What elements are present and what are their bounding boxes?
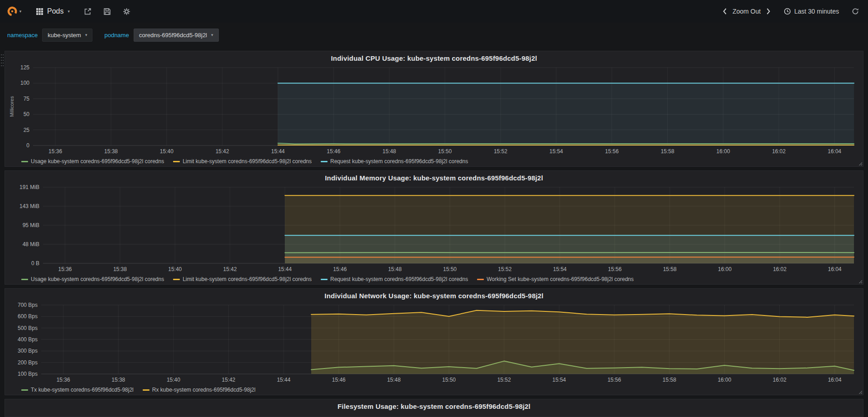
refresh-icon — [852, 8, 859, 15]
variable-value-namespace[interactable]: kube-system ▾ — [42, 29, 92, 42]
svg-text:15:40: 15:40 — [168, 266, 182, 272]
svg-text:15:48: 15:48 — [382, 148, 396, 155]
panel-title[interactable]: Filesystem Usage: kube-system coredns-69… — [5, 399, 863, 412]
svg-text:15:54: 15:54 — [550, 148, 563, 155]
svg-text:15:36: 15:36 — [48, 148, 62, 155]
variable-label-namespace: namespace — [7, 32, 38, 39]
svg-text:15:40: 15:40 — [167, 377, 180, 383]
svg-text:15:56: 15:56 — [608, 377, 621, 383]
legend-item[interactable]: Usage kube-system coredns-695f96dcd5-98j… — [21, 158, 164, 165]
settings-button[interactable] — [117, 0, 136, 23]
svg-text:15:52: 15:52 — [497, 377, 511, 383]
svg-text:15:46: 15:46 — [333, 266, 347, 272]
legend-series-label: Working Set kube-system coredns-695f96dc… — [487, 276, 634, 282]
panel-individual-network-usage: Individual Network Usage: kube-system co… — [5, 288, 863, 395]
svg-text:200 Bps: 200 Bps — [18, 359, 38, 366]
svg-text:95 MiB: 95 MiB — [23, 222, 39, 228]
org-caret-down-icon: ▾ — [19, 10, 22, 14]
svg-text:16:04: 16:04 — [828, 266, 842, 272]
svg-text:15:36: 15:36 — [57, 377, 70, 383]
legend-series-label: Request kube-system coredns-695f96dcd5-9… — [330, 158, 468, 165]
svg-text:15:40: 15:40 — [160, 148, 174, 155]
legend-series-swatch — [21, 161, 28, 162]
panel-title[interactable]: Individual Memory Usage: kube-system cor… — [5, 171, 863, 184]
svg-text:15:56: 15:56 — [605, 148, 619, 155]
variable-selected-namespace: kube-system — [48, 32, 81, 39]
dashboards-grid-icon — [36, 8, 43, 15]
zoom-out-button[interactable]: Zoom Out — [730, 6, 763, 17]
legend-item[interactable]: Request kube-system coredns-695f96dcd5-9… — [321, 276, 468, 282]
navbar-right-group: Zoom Out Last 30 minutes — [719, 6, 861, 17]
svg-text:143 MiB: 143 MiB — [19, 203, 39, 209]
legend-series-swatch — [21, 279, 28, 280]
top-navbar: ▾ Pods ▾ — [0, 0, 868, 23]
svg-text:16:00: 16:00 — [718, 266, 732, 272]
dashboard-panels: Individual CPU Usage: kube-system coredn… — [0, 47, 868, 417]
svg-text:15:58: 15:58 — [663, 377, 676, 383]
panel-filesystem-usage: Filesystem Usage: kube-system coredns-69… — [5, 399, 863, 417]
time-range-button[interactable]: Last 30 minutes — [780, 6, 843, 17]
svg-text:16:04: 16:04 — [828, 377, 841, 383]
variable-value-podname[interactable]: coredns-695f96dcd5-98j2l ▾ — [134, 29, 219, 42]
legend-item[interactable]: Rx kube-system coredns-695f96dcd5-98j2l — [143, 387, 256, 393]
save-icon — [103, 8, 111, 15]
legend-item[interactable]: Request kube-system coredns-695f96dcd5-9… — [321, 158, 468, 165]
svg-text:16:02: 16:02 — [773, 266, 786, 272]
legend-series-label: Usage kube-system coredns-695f96dcd5-98j… — [31, 276, 164, 282]
clock-icon — [784, 8, 791, 15]
grafana-logo-button[interactable]: ▾ — [0, 0, 28, 23]
time-forward-button[interactable] — [763, 6, 774, 17]
cpu-usage-chart[interactable]: 15:3615:3815:4015:4215:4415:4615:4815:50… — [8, 64, 860, 156]
network-legend: Tx kube-system coredns-695f96dcd5-98j2lR… — [5, 385, 863, 395]
svg-text:15:46: 15:46 — [327, 148, 340, 155]
variable-namespace: namespace kube-system ▾ — [7, 29, 92, 42]
svg-text:191 MiB: 191 MiB — [19, 184, 39, 190]
legend-item[interactable]: Limit kube-system coredns-695f96dcd5-98j… — [173, 276, 312, 282]
legend-series-swatch — [173, 279, 180, 280]
svg-text:700 Bps: 700 Bps — [18, 302, 38, 308]
share-icon — [84, 8, 92, 15]
dashboard-picker-button[interactable]: Pods ▾ — [28, 0, 78, 23]
memory-usage-chart[interactable]: 15:3615:3815:4015:4215:4415:4615:4815:50… — [8, 184, 860, 274]
legend-item[interactable]: Working Set kube-system coredns-695f96dc… — [477, 276, 634, 282]
legend-item[interactable]: Usage kube-system coredns-695f96dcd5-98j… — [21, 276, 164, 282]
svg-text:400 Bps: 400 Bps — [18, 336, 38, 343]
legend-item[interactable]: Tx kube-system coredns-695f96dcd5-98j2l — [21, 387, 134, 393]
svg-text:15:38: 15:38 — [104, 148, 118, 155]
svg-text:15:54: 15:54 — [553, 266, 567, 272]
svg-text:75: 75 — [24, 96, 30, 102]
svg-text:15:44: 15:44 — [277, 377, 290, 383]
dashboard-caret-down-icon: ▾ — [68, 10, 70, 14]
refresh-button[interactable] — [850, 6, 861, 17]
share-button[interactable] — [78, 0, 97, 23]
panel-title[interactable]: Individual Network Usage: kube-system co… — [5, 289, 863, 301]
navbar-left-group: ▾ Pods ▾ — [0, 0, 136, 23]
svg-text:15:50: 15:50 — [438, 148, 452, 155]
svg-text:15:54: 15:54 — [552, 377, 566, 383]
svg-text:15:46: 15:46 — [332, 377, 346, 383]
network-usage-chart[interactable]: 15:3615:3815:4015:4215:4415:4615:4815:50… — [8, 301, 860, 385]
time-back-button[interactable] — [719, 6, 730, 17]
svg-text:48 MiB: 48 MiB — [23, 241, 39, 247]
variable-label-podname: podname — [104, 32, 129, 39]
legend-series-swatch — [173, 161, 180, 162]
legend-series-swatch — [321, 279, 328, 280]
legend-series-swatch — [321, 161, 328, 162]
svg-text:15:44: 15:44 — [271, 148, 285, 155]
dashboard-title: Pods — [47, 7, 63, 15]
cpu-legend: Usage kube-system coredns-695f96dcd5-98j… — [5, 156, 863, 166]
svg-text:15:42: 15:42 — [223, 266, 237, 272]
svg-text:16:02: 16:02 — [772, 148, 786, 155]
svg-text:0 B: 0 B — [31, 260, 39, 267]
panel-drag-handle-dots[interactable] — [0, 53, 4, 67]
svg-text:Millicores: Millicores — [9, 96, 14, 117]
svg-text:0: 0 — [26, 142, 29, 149]
legend-series-label: Usage kube-system coredns-695f96dcd5-98j… — [31, 158, 164, 165]
legend-item[interactable]: Limit kube-system coredns-695f96dcd5-98j… — [173, 158, 312, 165]
legend-series-label: Tx kube-system coredns-695f96dcd5-98j2l — [31, 387, 134, 393]
svg-text:15:58: 15:58 — [661, 148, 674, 155]
svg-text:15:56: 15:56 — [608, 266, 622, 272]
svg-text:100: 100 — [20, 80, 29, 86]
save-button[interactable] — [97, 0, 117, 23]
panel-title[interactable]: Individual CPU Usage: kube-system coredn… — [5, 51, 863, 64]
